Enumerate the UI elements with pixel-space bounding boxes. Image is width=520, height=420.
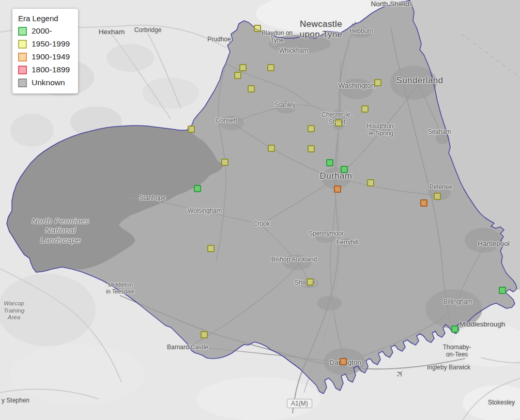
legend-item: 2000- [18, 26, 70, 36]
era-marker[interactable] [307, 278, 314, 286]
era-marker[interactable] [451, 325, 458, 333]
legend-item-label: Unknown [32, 78, 65, 87]
era-marker[interactable] [340, 358, 347, 365]
era-marker[interactable] [420, 199, 427, 207]
legend-swatch-icon [18, 27, 27, 36]
era-marker[interactable] [248, 85, 255, 92]
era-marker[interactable] [267, 64, 274, 71]
legend-item-label: 2000- [32, 26, 52, 36]
legend-item: Unknown [18, 78, 70, 87]
legend-item: 1950-1999 [18, 39, 70, 49]
era-marker[interactable] [207, 245, 215, 252]
era-marker[interactable] [268, 145, 275, 152]
era-marker[interactable] [239, 64, 247, 71]
era-marker[interactable] [499, 287, 506, 294]
era-marker[interactable] [334, 185, 341, 193]
road-badge-a1m: A1(M) [287, 399, 312, 408]
era-marker[interactable] [221, 159, 228, 166]
era-marker[interactable] [188, 126, 195, 133]
era-marker[interactable] [308, 125, 315, 132]
era-marker[interactable] [234, 72, 241, 79]
legend-item-label: 1900-1949 [32, 52, 70, 61]
legend-swatch-icon [18, 79, 27, 87]
era-marker[interactable] [194, 185, 201, 192]
legend-swatch-icon [18, 53, 27, 61]
era-marker[interactable] [335, 119, 342, 127]
era-marker[interactable] [374, 79, 381, 86]
era-marker[interactable] [434, 193, 441, 200]
legend-item-label: 1950-1999 [32, 39, 70, 49]
era-marker[interactable] [254, 25, 261, 32]
era-marker[interactable] [201, 331, 208, 338]
era-legend: Era Legend 2000-1950-19991900-19491800-1… [12, 9, 78, 94]
era-marker[interactable] [367, 179, 374, 186]
legend-swatch-icon [18, 40, 27, 49]
legend-item: 1900-1949 [18, 52, 70, 61]
era-marker[interactable] [361, 105, 369, 113]
era-legend-title: Era Legend [18, 14, 70, 23]
era-legend-items: 2000-1950-19991900-19491800-1899Unknown [18, 26, 70, 87]
era-marker[interactable] [326, 159, 333, 166]
era-marker[interactable] [308, 145, 315, 152]
era-marker[interactable] [341, 166, 348, 173]
legend-item: 1800-1899 [18, 65, 70, 74]
legend-item-label: 1800-1899 [32, 65, 70, 74]
legend-swatch-icon [18, 66, 27, 74]
